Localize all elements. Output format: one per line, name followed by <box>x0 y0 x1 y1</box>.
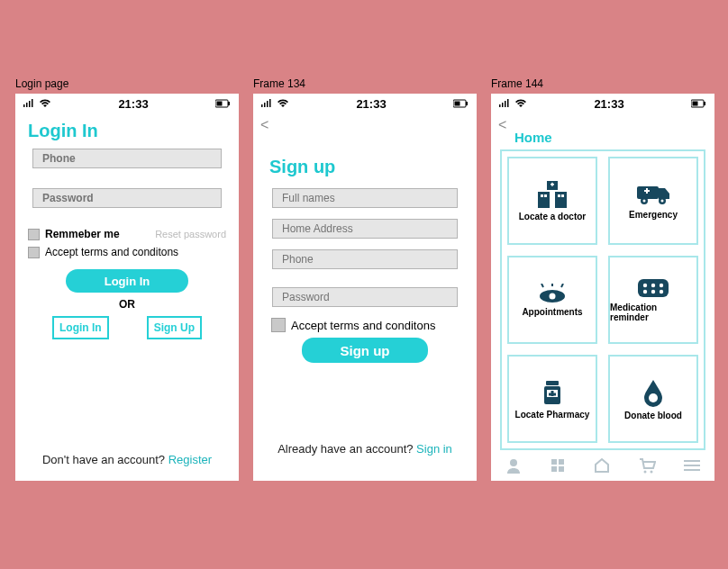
login-button[interactable]: Login In <box>66 269 188 293</box>
signup-button[interactable]: Sign up <box>302 338 428 363</box>
svg-line-27 <box>541 284 543 287</box>
tile-label: Medication reminder <box>610 303 696 322</box>
wifi-icon <box>39 97 51 111</box>
tab-grid-icon[interactable] <box>550 457 566 477</box>
battery-icon <box>453 97 469 111</box>
phone-input[interactable] <box>272 249 458 269</box>
svg-rect-12 <box>538 192 550 208</box>
svg-rect-7 <box>693 101 698 105</box>
frame-label-signup: Frame 134 <box>253 77 305 90</box>
password-input[interactable] <box>272 287 458 307</box>
signal-icon <box>260 97 273 111</box>
svg-rect-47 <box>559 466 564 472</box>
status-time: 21:33 <box>51 97 215 111</box>
terms-label: Accept terms and conditons <box>291 319 435 332</box>
terms-checkbox[interactable] <box>28 247 40 258</box>
svg-line-29 <box>561 284 563 287</box>
status-time: 21:33 <box>527 97 691 111</box>
svg-point-35 <box>651 290 655 294</box>
svg-rect-16 <box>558 194 560 197</box>
svg-point-22 <box>661 199 664 202</box>
svg-rect-15 <box>544 194 547 197</box>
home-screen: 21:33 < Home Locate a doctor Emergency A… <box>491 94 714 481</box>
svg-rect-50 <box>684 460 700 462</box>
status-bar: 21:33 <box>253 94 477 113</box>
tile-pharmacy[interactable]: Locate Pharmacy <box>507 355 597 443</box>
battery-icon <box>691 97 707 111</box>
login-foot-text: Don't have an account? <box>42 453 168 466</box>
pills-icon <box>636 277 670 299</box>
svg-rect-44 <box>551 459 557 465</box>
alt-login-button[interactable]: Login In <box>52 316 109 339</box>
home-title: Home <box>514 130 714 145</box>
reset-password-link[interactable]: Reset password <box>155 229 226 239</box>
svg-rect-52 <box>684 469 700 471</box>
blood-drop-icon <box>642 378 665 407</box>
svg-rect-24 <box>646 188 648 194</box>
svg-point-21 <box>643 199 646 202</box>
address-input[interactable] <box>272 219 458 239</box>
eye-icon <box>535 284 569 303</box>
alt-signup-button[interactable]: Sign Up <box>147 316 202 339</box>
svg-point-32 <box>651 284 655 287</box>
tile-appointments[interactable]: Appointments <box>507 256 597 344</box>
svg-rect-14 <box>541 194 543 197</box>
phone-input[interactable] <box>32 149 222 168</box>
svg-rect-13 <box>555 192 567 208</box>
status-bar: 21:33 <box>491 94 714 113</box>
tile-medication[interactable]: Medication reminder <box>608 256 698 344</box>
signup-foot-text: Already have an account? <box>278 442 416 456</box>
ambulance-icon <box>635 183 671 206</box>
login-screen: 21:33 Login In Remmeber me Reset passwor… <box>15 94 239 481</box>
frame-label-login: Login page <box>15 77 68 90</box>
remember-label: Remmeber me <box>45 228 155 240</box>
fullnames-input[interactable] <box>272 188 458 208</box>
tile-label: Donate blood <box>624 411 682 420</box>
svg-point-48 <box>644 471 647 474</box>
tab-bar <box>491 454 714 481</box>
svg-rect-17 <box>561 194 564 197</box>
svg-rect-5 <box>466 102 468 105</box>
svg-rect-2 <box>228 102 230 105</box>
tab-cart-icon[interactable] <box>638 457 656 477</box>
status-time: 21:33 <box>289 97 453 111</box>
tile-donate-blood[interactable]: Donate blood <box>608 355 698 443</box>
tile-label: Appointments <box>522 307 582 317</box>
register-link[interactable]: Register <box>168 453 212 466</box>
svg-rect-46 <box>551 466 557 472</box>
tab-menu-icon[interactable] <box>684 459 700 475</box>
back-icon[interactable]: < <box>260 117 268 133</box>
frame-label-home: Frame 144 <box>491 77 543 90</box>
login-title: Login In <box>28 121 239 141</box>
signup-foot: Already have an account? Sign in <box>253 442 477 456</box>
password-input[interactable] <box>32 188 222 208</box>
wifi-icon <box>514 97 527 111</box>
pharmacy-icon <box>539 379 566 406</box>
login-foot: Don't have an account? Register <box>15 453 239 466</box>
svg-point-33 <box>660 284 663 287</box>
svg-point-42 <box>649 393 658 402</box>
tile-emergency[interactable]: Emergency <box>608 157 698 245</box>
status-bar: 21:33 <box>15 94 239 113</box>
terms-checkbox[interactable] <box>271 318 286 332</box>
tile-label: Emergency <box>629 210 678 220</box>
back-icon[interactable]: < <box>498 117 506 133</box>
signup-screen: 21:33 < Sign up Accept terms and condito… <box>253 94 477 481</box>
tile-label: Locate Pharmacy <box>515 410 590 420</box>
terms-label: Accept terms and conditons <box>45 246 178 258</box>
svg-point-34 <box>643 290 647 294</box>
tile-label: Locate a doctor <box>519 212 586 221</box>
svg-point-31 <box>643 284 647 287</box>
tab-home-icon[interactable] <box>594 457 610 477</box>
signal-icon <box>23 97 35 111</box>
svg-rect-30 <box>638 279 669 297</box>
hospital-icon <box>535 181 569 208</box>
svg-rect-11 <box>551 182 553 185</box>
signin-link[interactable]: Sign in <box>416 442 452 456</box>
svg-rect-45 <box>559 459 564 465</box>
remember-checkbox[interactable] <box>28 229 40 240</box>
tile-locate-doctor[interactable]: Locate a doctor <box>507 157 597 245</box>
tab-profile-icon[interactable] <box>505 457 522 477</box>
svg-point-49 <box>651 471 653 474</box>
svg-rect-4 <box>455 101 460 105</box>
